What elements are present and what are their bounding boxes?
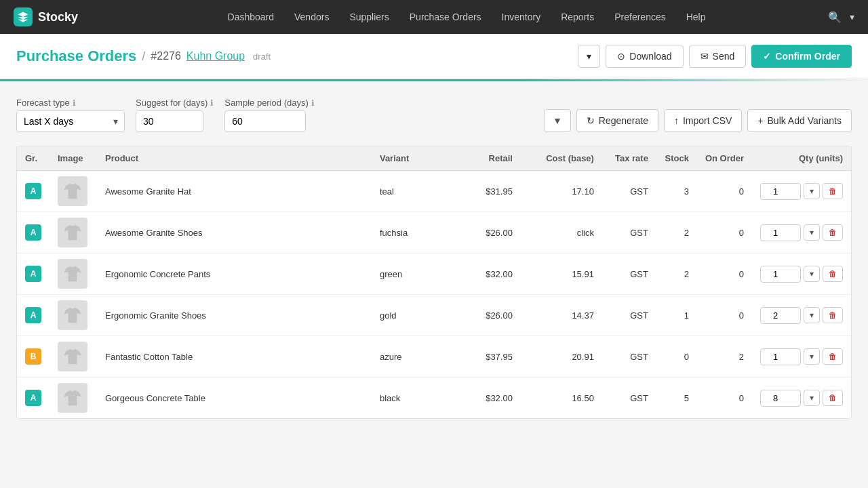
row-dropdown-button[interactable]: ▾ — [804, 183, 820, 199]
cell-on-order: 2 — [697, 336, 752, 378]
cell-product: Ergonomic Concrete Pants — [97, 253, 372, 295]
cell-stock: 3 — [656, 171, 697, 212]
qty-input[interactable] — [760, 348, 801, 365]
qty-input[interactable] — [760, 390, 801, 407]
forecast-type-select-wrap: Last X days Last 30 days Last 60 days La… — [16, 110, 125, 132]
cell-on-order: 0 — [697, 378, 752, 419]
download-button[interactable]: ⊙ Download — [606, 45, 683, 68]
col-header-retail: Retail — [453, 146, 521, 171]
col-header-cost: Cost (base) — [521, 146, 602, 171]
row-dropdown-button[interactable]: ▾ — [804, 390, 820, 406]
row-actions: ▾ 🗑 — [760, 307, 843, 324]
cell-grade: A — [17, 378, 50, 419]
sample-period-group: Sample period (days) ℹ 60 — [224, 98, 315, 132]
cell-qty: ▾ 🗑 — [752, 253, 851, 295]
nav-dropdown-icon[interactable]: ▾ — [850, 12, 854, 22]
sample-period-input[interactable]: 60 — [224, 110, 306, 132]
col-header-onorder: On Order — [697, 146, 752, 171]
cell-variant: gold — [372, 295, 453, 336]
app-name: Stocky — [38, 10, 78, 24]
cell-cost: 16.50 — [521, 378, 602, 419]
chevron-down-icon: ▾ — [587, 51, 591, 62]
row-delete-button[interactable]: 🗑 — [823, 183, 843, 199]
import-csv-button[interactable]: ↑ Import CSV — [664, 109, 742, 132]
row-dropdown-button[interactable]: ▾ — [804, 266, 820, 282]
table-row: B Fantastic Cotton Table azure $37.95 20… — [17, 336, 851, 378]
cell-variant: black — [372, 378, 453, 419]
nav-vendors[interactable]: Vendors — [286, 7, 337, 26]
nav-preferences[interactable]: Preferences — [606, 7, 673, 26]
row-dropdown-button[interactable]: ▾ — [804, 307, 820, 323]
download-icon: ⊙ — [617, 51, 625, 62]
regenerate-button[interactable]: ↻ Regenerate — [576, 109, 658, 132]
filter-row: Forecast type ℹ Last X days Last 30 days… — [16, 98, 852, 132]
plus-icon: + — [757, 115, 763, 126]
cell-retail: $31.95 — [453, 171, 521, 212]
qty-input[interactable] — [760, 224, 801, 241]
cell-image — [50, 295, 97, 336]
cell-grade: A — [17, 212, 50, 253]
grade-badge: A — [25, 183, 41, 199]
cell-cost: 14.37 — [521, 295, 602, 336]
confirm-order-button[interactable]: ✓ Confirm Order — [751, 45, 852, 68]
row-actions: ▾ 🗑 — [760, 183, 843, 200]
product-thumbnail — [58, 259, 87, 289]
table-row: A Awesome Granite Shoes fuchsia $26.00 c… — [17, 212, 851, 253]
cell-image — [50, 253, 97, 295]
nav-reports[interactable]: Reports — [553, 7, 602, 26]
cell-variant: azure — [372, 336, 453, 378]
nav-help[interactable]: Help — [678, 7, 714, 26]
qty-input[interactable] — [760, 183, 801, 200]
actions-dropdown-button[interactable]: ▾ — [578, 45, 600, 68]
cell-image — [50, 212, 97, 253]
cell-grade: A — [17, 253, 50, 295]
cell-stock: 0 — [656, 336, 697, 378]
suggest-days-info-icon[interactable]: ℹ — [210, 98, 214, 108]
cell-qty: ▾ 🗑 — [752, 171, 851, 212]
cell-retail: $26.00 — [453, 295, 521, 336]
breadcrumb-supplier[interactable]: Kuhn Group — [186, 50, 245, 62]
cell-cost: 20.91 — [521, 336, 602, 378]
table-row: A Ergonomic Granite Shoes gold $26.00 14… — [17, 295, 851, 336]
row-delete-button[interactable]: 🗑 — [823, 266, 843, 282]
cell-tax-rate: GST — [602, 253, 656, 295]
send-button[interactable]: ✉ Send — [689, 45, 747, 68]
nav-right: 🔍 ▾ — [828, 11, 854, 24]
nav-suppliers[interactable]: Suppliers — [341, 7, 397, 26]
row-delete-button[interactable]: 🗑 — [823, 224, 843, 241]
search-icon[interactable]: 🔍 — [828, 11, 842, 24]
forecast-type-select[interactable]: Last X days Last 30 days Last 60 days La… — [16, 110, 125, 132]
qty-input[interactable] — [760, 266, 801, 283]
row-delete-button[interactable]: 🗑 — [823, 348, 843, 365]
row-dropdown-button[interactable]: ▾ — [804, 224, 820, 241]
grade-badge: A — [25, 224, 41, 241]
nav-dashboard[interactable]: Dashboard — [220, 7, 283, 26]
breadcrumb-parent[interactable]: Purchase Orders — [16, 47, 136, 65]
product-thumbnail — [58, 342, 87, 371]
qty-input[interactable] — [760, 307, 801, 324]
send-icon: ✉ — [701, 51, 709, 62]
bulk-add-variants-button[interactable]: + Bulk Add Variants — [747, 109, 852, 132]
sample-period-info-icon[interactable]: ℹ — [311, 98, 315, 108]
grade-badge: A — [25, 390, 41, 406]
suggest-days-input[interactable]: 30 — [136, 110, 203, 132]
grade-badge: A — [25, 266, 41, 282]
cell-on-order: 0 — [697, 253, 752, 295]
row-dropdown-button[interactable]: ▾ — [804, 348, 820, 365]
products-table-wrap: Gr. Image Product Variant Retail Cost (b… — [16, 146, 852, 419]
cell-product: Awesome Granite Hat — [97, 171, 372, 212]
logo[interactable]: Stocky — [14, 7, 78, 26]
nav-purchase-orders[interactable]: Purchase Orders — [401, 7, 490, 26]
row-delete-button[interactable]: 🗑 — [823, 390, 843, 406]
cell-on-order: 0 — [697, 171, 752, 212]
table-row: A Ergonomic Concrete Pants green $32.00 … — [17, 253, 851, 295]
cell-cost: 15.91 — [521, 253, 602, 295]
col-header-qty: Qty (units) — [752, 146, 851, 171]
table-row: A Gorgeous Concrete Table black $32.00 1… — [17, 378, 851, 419]
breadcrumb: Purchase Orders / #2276 Kuhn Group draft — [16, 47, 271, 65]
nav-inventory[interactable]: Inventory — [494, 7, 549, 26]
row-delete-button[interactable]: 🗑 — [823, 307, 843, 323]
sample-period-label: Sample period (days) ℹ — [224, 98, 315, 108]
forecast-type-info-icon[interactable]: ℹ — [73, 98, 76, 108]
filter-button[interactable]: ▼ — [544, 109, 571, 132]
